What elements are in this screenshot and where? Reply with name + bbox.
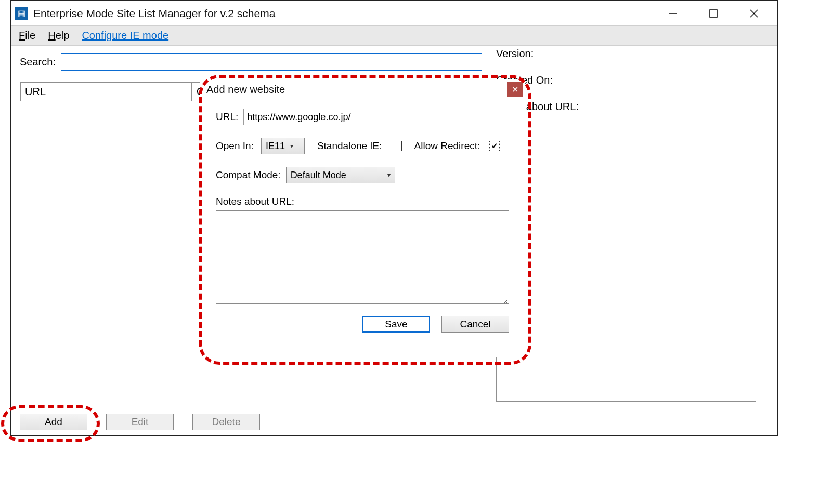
- notes-panel: [496, 116, 756, 402]
- chevron-down-icon: ▾: [387, 171, 391, 179]
- menu-bar: File Help Configure IE mode: [11, 26, 777, 46]
- version-label: Version:: [496, 48, 756, 60]
- url-row: URL:: [216, 109, 509, 125]
- notes-section: Notes about URL:: [216, 196, 509, 307]
- dialog-title: Add new website: [206, 84, 285, 96]
- menu-file[interactable]: File: [15, 28, 44, 44]
- open-in-label: Open In:: [216, 140, 254, 152]
- url-label: URL:: [216, 111, 238, 123]
- search-label: Search:: [20, 56, 56, 68]
- dialog-body: URL: Open In: IE11 ▾ Standalone IE: Allo…: [200, 97, 525, 338]
- allow-redirect-label: Allow Redirect:: [414, 140, 480, 152]
- open-in-select[interactable]: IE11 ▾: [261, 138, 305, 154]
- search-input[interactable]: [61, 53, 482, 71]
- open-in-row: Open In: IE11 ▾ Standalone IE: Allow Red…: [216, 138, 509, 154]
- title-bar: ▦ Enterprise Mode Site List Manager for …: [11, 1, 777, 26]
- delete-button: Delete: [192, 414, 260, 430]
- add-website-dialog: Add new website ✕ URL: Open In: IE11 ▾ S…: [200, 79, 525, 357]
- menu-configure-ie-mode[interactable]: Configure IE mode: [77, 28, 177, 44]
- dialog-buttons: Save Cancel: [216, 316, 509, 333]
- add-button[interactable]: Add: [20, 414, 87, 430]
- window-title: Enterprise Mode Site List Manager for v.…: [33, 7, 275, 20]
- button-row: Add Edit Delete: [20, 414, 260, 430]
- compat-mode-label: Compat Mode:: [216, 169, 281, 181]
- allow-redirect-checkbox[interactable]: ✔: [489, 141, 500, 151]
- close-icon: ✕: [512, 85, 518, 95]
- save-button[interactable]: Save: [362, 316, 430, 333]
- url-input[interactable]: [243, 109, 509, 125]
- compat-mode-value: Default Mode: [291, 170, 346, 181]
- standalone-ie-checkbox[interactable]: [392, 141, 402, 151]
- dialog-titlebar: Add new website ✕: [200, 79, 525, 97]
- notes-label: Notes about URL:: [216, 196, 509, 207]
- cancel-button[interactable]: Cancel: [441, 316, 509, 333]
- menu-help[interactable]: Help: [44, 28, 77, 44]
- column-url[interactable]: URL: [20, 83, 192, 101]
- compat-row: Compat Mode: Default Mode ▾: [216, 167, 509, 183]
- window-controls: [664, 6, 774, 21]
- maximize-button[interactable]: [704, 6, 723, 21]
- notes-textarea[interactable]: [216, 210, 509, 304]
- app-icon: ▦: [15, 7, 28, 20]
- svg-rect-1: [710, 10, 717, 17]
- meta-panel: Version: Created On: Notes about URL:: [496, 48, 756, 402]
- standalone-ie-label: Standalone IE:: [317, 140, 382, 152]
- compat-mode-select[interactable]: Default Mode ▾: [286, 167, 395, 183]
- notes-panel-label: Notes about URL:: [496, 101, 756, 113]
- chevron-down-icon: ▾: [290, 142, 293, 150]
- created-on-label: Created On:: [496, 74, 756, 86]
- close-button[interactable]: [745, 6, 763, 21]
- open-in-value: IE11: [266, 141, 285, 152]
- dialog-close-button[interactable]: ✕: [507, 82, 523, 97]
- edit-button: Edit: [106, 414, 174, 430]
- minimize-button[interactable]: [664, 6, 682, 21]
